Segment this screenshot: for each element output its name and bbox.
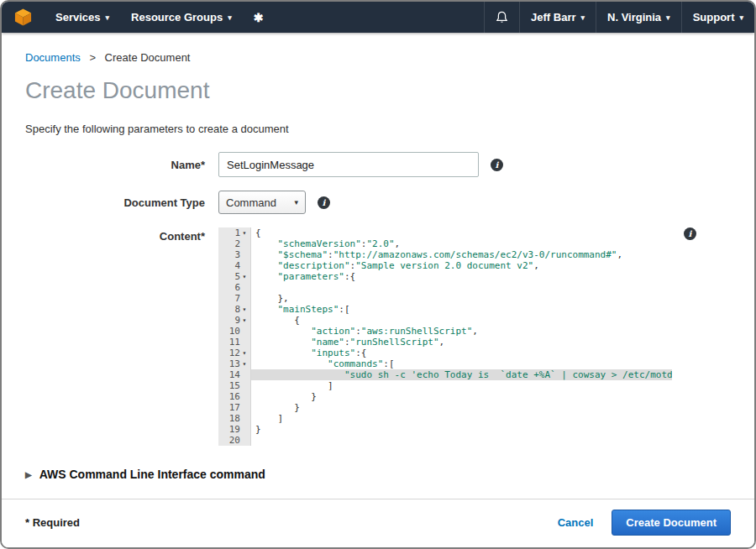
editor-line[interactable]: "mainSteps":[ — [251, 304, 672, 315]
gutter-line: 6 — [218, 282, 250, 293]
content-row: Content* 1▾2345▾678▾9▾101112▾13▾14151617… — [25, 227, 731, 446]
editor-line[interactable]: { — [251, 227, 672, 238]
editor-gutter: 1▾2345▾678▾9▾101112▾13▾14151617181920 — [218, 227, 251, 446]
name-label: Name* — [25, 159, 218, 171]
document-type-label: Document Type — [25, 196, 218, 209]
editor-line[interactable]: { — [251, 315, 672, 326]
cancel-link[interactable]: Cancel — [558, 516, 594, 529]
pin-icon: ✱ — [254, 11, 264, 24]
gutter-line: 4 — [218, 260, 250, 271]
editor-line[interactable]: "schemaVersion":"2.0", — [251, 238, 672, 249]
fold-arrow-icon: ▾ — [240, 358, 249, 369]
cli-expander-label: AWS Command Line Interface command — [39, 468, 265, 481]
chevron-down-icon: ▾ — [666, 13, 670, 22]
cli-expander[interactable]: ▶ AWS Command Line Interface command — [25, 468, 731, 481]
editor-line[interactable]: ] — [251, 380, 672, 391]
editor-line[interactable]: } — [251, 402, 672, 413]
document-type-selected-value: Command — [226, 196, 276, 209]
editor-line[interactable]: ] — [251, 413, 672, 424]
nav-region-label: N. Virginia — [607, 11, 661, 24]
chevron-down-icon: ▾ — [228, 13, 232, 22]
content-info-icon[interactable]: i — [684, 227, 696, 240]
gutter-line[interactable]: 1▾ — [218, 227, 250, 238]
gutter-line: 16 — [218, 391, 250, 402]
content-label: Content* — [25, 227, 218, 243]
bell-icon — [496, 11, 508, 24]
breadcrumb-documents-link[interactable]: Documents — [25, 51, 81, 64]
name-info-icon[interactable]: i — [491, 159, 503, 171]
nav-user-menu[interactable]: Jeff Barr ▾ — [519, 2, 596, 33]
editor-line[interactable]: "sudo sh -c 'echo Today is `date +%A` | … — [251, 369, 672, 380]
chevron-down-icon: ▾ — [581, 13, 585, 22]
nav-support-menu[interactable]: Support ▾ — [681, 2, 754, 33]
gutter-line: 17 — [218, 402, 250, 413]
nav-resource-groups-label: Resource Groups — [131, 11, 223, 24]
fold-arrow-icon: ▾ — [240, 315, 249, 326]
gutter-line[interactable]: 12▾ — [218, 348, 250, 358]
app-window: Services ▾ Resource Groups ▾ ✱ Jeff Barr… — [0, 0, 756, 549]
document-type-row: Document Type Command ▾ i — [25, 191, 731, 214]
breadcrumb-separator: > — [89, 51, 96, 64]
gutter-line: 2 — [218, 238, 250, 249]
gutter-line: 7 — [218, 293, 250, 304]
breadcrumb: Documents > Create Document — [25, 51, 731, 64]
nav-services[interactable]: Services ▾ — [45, 2, 120, 33]
editor-line[interactable]: }, — [251, 293, 672, 304]
gutter-line[interactable]: 9▾ — [218, 315, 250, 326]
page-title: Create Document — [25, 77, 731, 104]
aws-navbar: Services ▾ Resource Groups ▾ ✱ Jeff Barr… — [2, 2, 754, 33]
content-code-editor[interactable]: 1▾2345▾678▾9▾101112▾13▾14151617181920 { … — [218, 227, 672, 446]
fold-arrow-icon: ▾ — [240, 348, 249, 358]
navbar-right: Jeff Barr ▾ N. Virginia ▾ Support ▾ — [484, 2, 754, 33]
editor-line[interactable]: "$schema":"http://amazonaws.com/schemas/… — [251, 249, 672, 260]
breadcrumb-current: Create Document — [105, 51, 191, 64]
fold-arrow-icon: ▾ — [240, 304, 249, 315]
name-row: Name* i — [25, 152, 731, 177]
aws-logo[interactable] — [2, 2, 45, 33]
fold-arrow-icon: ▾ — [240, 271, 249, 282]
gutter-line: 20 — [218, 435, 250, 446]
expander-arrow-icon: ▶ — [25, 470, 32, 479]
editor-line[interactable]: "inputs":{ — [251, 348, 672, 358]
editor-line[interactable] — [251, 435, 672, 446]
gutter-line: 18 — [218, 413, 250, 424]
gutter-line[interactable]: 5▾ — [218, 271, 250, 282]
footer-actions: Cancel Create Document — [558, 510, 731, 536]
create-document-button[interactable]: Create Document — [612, 510, 731, 536]
chevron-down-icon: ▾ — [294, 198, 298, 207]
nav-resource-groups[interactable]: Resource Groups ▾ — [120, 2, 243, 33]
required-note: * Required — [25, 516, 80, 529]
gutter-line: 14 — [218, 369, 250, 380]
nav-services-label: Services — [55, 11, 101, 24]
editor-line[interactable]: "parameters":{ — [251, 271, 672, 282]
footer-bar: * Required Cancel Create Document — [2, 499, 754, 547]
nav-region-menu[interactable]: N. Virginia ▾ — [596, 2, 681, 33]
editor-line[interactable]: "commands":[ — [251, 358, 672, 369]
gutter-line[interactable]: 8▾ — [218, 304, 250, 315]
chevron-down-icon: ▾ — [739, 13, 743, 22]
fold-arrow-icon: ▾ — [240, 227, 249, 238]
document-type-select[interactable]: Command ▾ — [218, 191, 306, 214]
navbar-left: Services ▾ Resource Groups ▾ ✱ — [2, 2, 274, 33]
name-input[interactable] — [218, 152, 479, 177]
gutter-line: 3 — [218, 249, 250, 260]
aws-cube-icon — [13, 8, 33, 27]
editor-line[interactable]: } — [251, 391, 672, 402]
editor-line[interactable] — [251, 282, 672, 293]
nav-support-label: Support — [693, 11, 735, 24]
gutter-line[interactable]: 13▾ — [218, 358, 250, 369]
notifications-button[interactable] — [484, 2, 519, 33]
editor-line[interactable]: "name":"runShellScript", — [251, 337, 672, 348]
editor-line[interactable]: "description":"Sample version 2.0 docume… — [251, 260, 672, 271]
document-type-info-icon[interactable]: i — [318, 196, 330, 209]
chevron-down-icon: ▾ — [106, 13, 110, 22]
gutter-line: 15 — [218, 380, 250, 391]
main-content: Documents > Create Document Create Docum… — [2, 33, 754, 499]
pin-shortcut-button[interactable]: ✱ — [243, 2, 275, 33]
editor-code[interactable]: { "schemaVersion":"2.0", "$schema":"http… — [251, 227, 672, 446]
gutter-line: 11 — [218, 337, 250, 348]
editor-line[interactable]: "action":"aws:runShellScript", — [251, 326, 672, 337]
gutter-line: 10 — [218, 326, 250, 337]
nav-user-label: Jeff Barr — [531, 11, 575, 24]
editor-line[interactable]: } — [251, 424, 672, 435]
